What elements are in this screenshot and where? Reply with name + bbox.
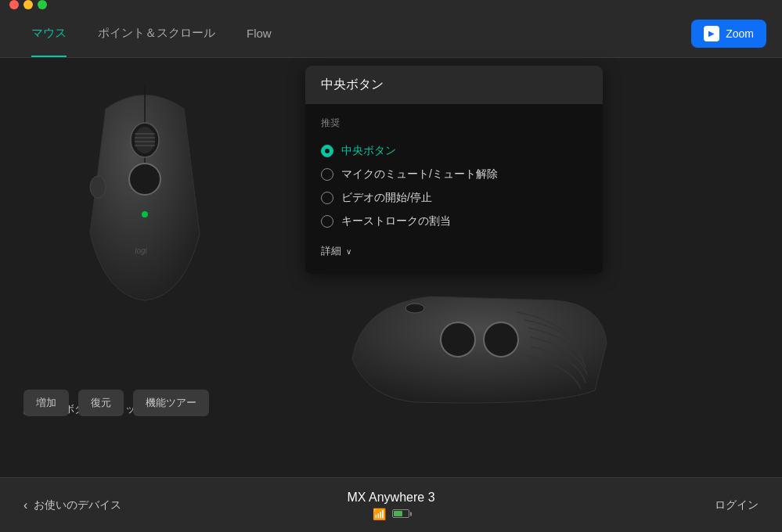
tour-button[interactable]: 機能ツアー (133, 390, 209, 416)
footer: ‹ お使いのデバイス MX Anywhere 3 📶 ログイン (0, 477, 782, 532)
popup-title: 中央ボタン (305, 66, 603, 104)
svg-point-11 (441, 322, 475, 357)
mouse-side-view (337, 281, 618, 414)
battery-fill (394, 511, 402, 516)
svg-point-2 (135, 127, 155, 153)
popup-menu: 中央ボタン 推奨 中央ボタン マイクのミュート/ミュート解除 ビデオの開始/停止 (305, 66, 603, 274)
main-content: logi 中央ボタン 推奨 中央ボタン マイクのミュート/ミュート解除 ビデオの… (0, 58, 782, 477)
traffic-lights (9, 0, 47, 9)
device-name: MX Anywhere 3 (347, 491, 434, 505)
radio-keystroke (321, 215, 333, 228)
option-mic-mute[interactable]: マイクのミュート/ミュート解除 (321, 163, 587, 186)
battery-icon (392, 509, 409, 518)
add-button[interactable]: 増加 (23, 390, 69, 416)
option-video-toggle[interactable]: ビデオの開始/停止 (321, 186, 587, 210)
option-keystroke[interactable]: キーストロークの割当 (321, 210, 587, 233)
nav-tabs: マウス ポイント＆スクロール Flow Zoom (0, 9, 782, 58)
popup-details[interactable]: 詳細 ∨ (321, 241, 587, 261)
radio-video-toggle (321, 192, 333, 204)
svg-point-12 (484, 322, 518, 357)
svg-point-8 (142, 211, 148, 217)
login-button[interactable]: ログイン (715, 498, 759, 512)
action-buttons: 増加 復元 機能ツアー (23, 390, 209, 416)
back-icon: ‹ (23, 498, 27, 512)
bluetooth-icon: 📶 (373, 508, 386, 520)
svg-point-7 (129, 164, 160, 195)
tab-flow[interactable]: Flow (231, 9, 287, 57)
svg-point-13 (405, 304, 424, 313)
popup-section-label: 推奨 (321, 117, 587, 130)
tab-mouse[interactable]: マウス (16, 9, 82, 57)
radio-mic-mute (321, 168, 333, 181)
mouse-top-view: logi (63, 77, 227, 304)
restore-button[interactable]: 復元 (78, 390, 124, 416)
chevron-down-icon: ∨ (346, 247, 351, 256)
close-button[interactable] (9, 0, 19, 9)
back-label: お使いのデバイス (34, 498, 121, 512)
back-to-devices[interactable]: ‹ お使いのデバイス (23, 498, 121, 512)
svg-point-9 (90, 176, 106, 198)
footer-device-icons: 📶 (373, 508, 409, 520)
footer-center: MX Anywhere 3 📶 (347, 491, 434, 520)
maximize-button[interactable] (38, 0, 47, 9)
option-center-button[interactable]: 中央ボタン (321, 139, 587, 163)
minimize-button[interactable] (23, 0, 33, 9)
tab-point-scroll[interactable]: ポイント＆スクロール (82, 9, 231, 57)
popup-body: 推奨 中央ボタン マイクのミュート/ミュート解除 ビデオの開始/停止 キーストロ… (305, 104, 603, 274)
zoom-button[interactable]: Zoom (691, 20, 766, 48)
titlebar (0, 0, 782, 9)
radio-center-button (321, 145, 333, 157)
svg-text:logi: logi (135, 246, 147, 255)
zoom-icon (704, 26, 719, 41)
